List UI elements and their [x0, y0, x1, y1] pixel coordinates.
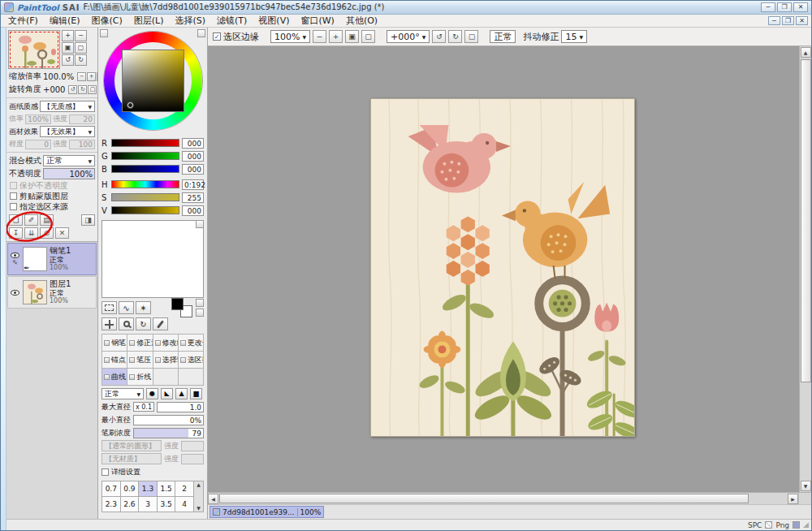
value-slider[interactable] [111, 206, 179, 214]
size-preset[interactable]: 2.6 [121, 497, 140, 512]
tool-select-eraser[interactable]: 选区擦 [179, 352, 204, 369]
scroll-down-button[interactable]: ▼ [801, 481, 811, 491]
max-diameter-slider[interactable]: 1.0 [157, 402, 204, 412]
tool-polyline[interactable]: 折线 [127, 369, 153, 386]
material-effect-select[interactable]: 【无效果】 ▼ [40, 126, 95, 137]
brush-density-slider[interactable]: 79 [133, 428, 204, 438]
magic-wand-tool[interactable]: ✶ [136, 301, 151, 314]
menu-window[interactable]: 窗口(W) [295, 14, 339, 28]
nav-fit-button[interactable]: ▣ [62, 42, 74, 54]
rotate-reset-button[interactable]: ▢ [88, 85, 97, 94]
menu-select[interactable]: 选择(S) [169, 14, 211, 28]
selection-source-checkbox[interactable] [10, 203, 17, 210]
size-preset[interactable]: 4 [175, 497, 194, 512]
green-slider[interactable] [111, 152, 179, 160]
menu-layer[interactable]: 图层(L) [128, 14, 170, 28]
layer-item-pen1[interactable]: ✎ ✒ 钢笔1 正常 100% [7, 243, 97, 275]
foreground-background-swatch[interactable] [171, 298, 192, 317]
scroll-left-button[interactable]: ◀ [208, 494, 218, 504]
menu-view[interactable]: 视图(V) [253, 14, 295, 28]
layer-item-layer1[interactable]: 图层1 正常 100% [7, 276, 97, 309]
red-value[interactable]: 000 [182, 138, 204, 149]
scroll-up-button[interactable]: ▲ [801, 47, 811, 58]
brush-edge-shape-select[interactable]: 【通常的圆形】 [102, 440, 162, 451]
new-folder-button[interactable]: ▤ [40, 214, 54, 226]
green-value[interactable]: 000 [182, 151, 204, 162]
size-preset[interactable]: 0.7 [102, 481, 121, 497]
menu-file[interactable]: 文件(F) [2, 14, 44, 28]
panel-toggle-button[interactable] [100, 29, 108, 37]
horizontal-scroll-thumb[interactable] [219, 494, 749, 503]
clipping-group-checkbox[interactable] [10, 192, 17, 200]
brush-shape-triangle-button[interactable]: ▲ [175, 388, 188, 399]
eyedropper-tool[interactable] [153, 317, 168, 330]
panel-toggle-button[interactable] [197, 29, 205, 37]
tool-curve[interactable]: 曲线 [102, 369, 127, 386]
doc-minimize-button[interactable]: ─ [768, 16, 780, 25]
nav-rotate-ccw-button[interactable]: ↺ [62, 54, 74, 66]
tool-pressure[interactable]: 笔压 [127, 352, 153, 369]
zoom-in-button[interactable]: + [329, 30, 343, 43]
hue-slider[interactable] [111, 180, 179, 188]
selection-edge-toggle[interactable]: ✓ 选区边缘 [213, 31, 259, 43]
brush-mode-select[interactable]: 正常 ▼ [102, 388, 144, 399]
lasso-tool[interactable]: ∿ [119, 301, 134, 314]
blue-value[interactable]: 000 [182, 164, 204, 175]
rect-select-tool[interactable] [102, 301, 117, 314]
red-slider[interactable] [111, 139, 179, 147]
visibility-eye-icon[interactable] [11, 290, 19, 296]
brush-shape-bar-button[interactable]: ▆ [190, 388, 202, 399]
layer-mask-button[interactable]: ◨ [81, 214, 95, 226]
doc-restore-button[interactable]: ❐ [782, 16, 794, 25]
size-preset[interactable]: 0.9 [121, 481, 140, 497]
menu-others[interactable]: 其他(O) [340, 14, 383, 28]
zoom-decrease-button[interactable]: − [77, 72, 86, 81]
size-preset-selected[interactable]: 1.3 [139, 481, 158, 497]
horizontal-scrollbar[interactable]: ◀ ▶ [208, 492, 811, 504]
move-tool[interactable] [102, 317, 117, 330]
opacity-slider[interactable]: 100% [43, 168, 95, 179]
delete-layer-button[interactable]: ✕ [55, 227, 69, 239]
saturation-slider[interactable] [111, 193, 179, 201]
nav-rotate-cw-button[interactable]: ↻ [75, 54, 87, 66]
reset-angle-button[interactable]: ▢ [464, 30, 478, 43]
canvas-viewport[interactable]: ▲ ▼ [208, 46, 811, 492]
transfer-down-button[interactable]: ↧ [9, 227, 23, 239]
navigator-thumbnail[interactable] [8, 30, 60, 69]
rotate-cw-button[interactable]: ↻ [78, 85, 87, 94]
nav-zoom-out-button[interactable]: − [75, 30, 87, 41]
menu-image[interactable]: 图像(C) [85, 14, 127, 28]
visibility-eye-icon[interactable] [11, 253, 19, 258]
size-preset[interactable]: 2 [175, 481, 194, 497]
protect-opacity-checkbox[interactable] [10, 182, 17, 189]
blue-slider[interactable] [111, 165, 179, 173]
window-maximize-button[interactable]: ❐ [777, 2, 792, 12]
size-preset[interactable]: 3 [139, 497, 158, 512]
size-preset[interactable]: 3.5 [158, 497, 176, 512]
zoom-out-button[interactable]: − [313, 30, 326, 43]
brush-shape-flat-button[interactable]: ◣ [161, 388, 173, 399]
size-preset[interactable]: 2.3 [102, 497, 121, 512]
menu-edit[interactable]: 编辑(E) [44, 14, 86, 28]
merge-down-button[interactable]: ⇊ [24, 227, 38, 239]
tool-anchor[interactable]: 锚点 [102, 352, 127, 369]
tool-pen[interactable]: 钢笔 [102, 335, 127, 352]
clear-layer-button[interactable]: ⊘ [40, 227, 54, 239]
tool-change-color[interactable]: 更改色 [179, 335, 204, 352]
window-close-button[interactable]: ✕ [793, 2, 808, 12]
nav-zoom-in-button[interactable]: + [62, 30, 74, 41]
scroll-right-button[interactable]: ▶ [788, 494, 798, 504]
scroll-down-icon[interactable]: ▼ [197, 505, 201, 512]
preset-scrollbar[interactable]: ▲ ▼ [194, 481, 204, 512]
scratchpad-menu-button[interactable] [196, 220, 204, 228]
document-tab[interactable]: 7dd98d1001e939... 100% [209, 506, 324, 518]
hue-value[interactable]: 0:192 [182, 179, 204, 190]
paper-texture-select[interactable]: 【无质感】 ▼ [40, 101, 95, 112]
doc-close-button[interactable]: ✕ [796, 16, 808, 25]
checkbox-checked-icon[interactable]: ✓ [213, 32, 221, 41]
rotate-ccw-button[interactable]: ↺ [432, 30, 446, 43]
rotate-view-tool[interactable]: ↻ [136, 317, 151, 330]
swatch-option-button[interactable] [196, 299, 204, 307]
min-diameter-slider[interactable]: 0% [133, 415, 204, 425]
size-preset[interactable]: 1.5 [158, 481, 176, 497]
